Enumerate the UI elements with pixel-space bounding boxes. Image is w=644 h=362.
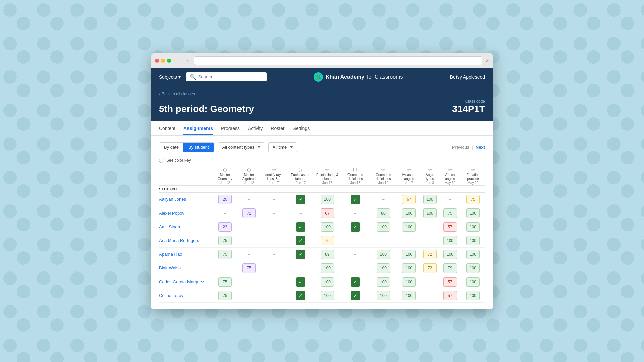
score-td-2-1[interactable]: – [237, 220, 260, 234]
score-td-0-7[interactable]: 67 [397, 192, 420, 206]
score-td-6-2[interactable]: – [260, 275, 287, 289]
student-link[interactable]: Aparna Rao [159, 252, 182, 257]
score-td-5-5[interactable]: – [341, 261, 369, 275]
score-td-7-4[interactable]: 100 [314, 289, 341, 302]
score-td-7-0[interactable]: 75 [213, 289, 237, 302]
score-td-4-0[interactable]: 75 [213, 247, 237, 261]
score-td-7-3[interactable]: ✓ [287, 289, 314, 302]
score-td-3-8[interactable]: – [420, 234, 439, 247]
score-td-7-2[interactable]: – [260, 289, 287, 302]
score-td-2-0[interactable]: 23 [213, 220, 237, 234]
color-key-button[interactable]: ℹ See color key [159, 158, 191, 163]
score-td-4-10[interactable]: 100 [461, 247, 485, 261]
by-student-button[interactable]: By student [183, 143, 213, 152]
score-td-3-7[interactable]: – [397, 234, 420, 247]
score-td-6-0[interactable]: 75 [213, 275, 237, 289]
score-td-0-9[interactable]: – [439, 192, 461, 206]
tab-progress[interactable]: Progress [221, 121, 240, 135]
score-td-2-7[interactable]: 100 [397, 220, 420, 234]
score-td-3-3[interactable]: ✓ [287, 234, 314, 247]
user-name[interactable]: Betsy Appleseed [450, 74, 485, 80]
score-td-4-2[interactable]: – [260, 247, 287, 261]
score-td-0-4[interactable]: 100 [314, 192, 341, 206]
score-td-0-8[interactable]: 100 [420, 192, 439, 206]
score-td-0-0[interactable]: 20 [213, 192, 237, 206]
score-td-4-9[interactable]: 100 [439, 247, 461, 261]
score-td-3-9[interactable]: 100 [439, 234, 461, 247]
score-td-1-3[interactable]: – [287, 206, 314, 220]
student-link[interactable]: Blair Walsh [159, 265, 181, 270]
by-date-button[interactable]: By date [159, 143, 183, 152]
close-button[interactable] [155, 59, 159, 63]
score-td-7-5[interactable]: ✓ [341, 289, 369, 302]
student-link[interactable]: Celine Leroy [159, 293, 183, 298]
student-link[interactable]: Aaliyah Jones [159, 197, 186, 202]
score-td-4-4[interactable]: 89 [314, 247, 341, 261]
subjects-button[interactable]: Subjects ▾ [159, 74, 181, 80]
score-td-7-6[interactable]: 100 [369, 289, 397, 302]
score-td-7-10[interactable]: 100 [461, 289, 485, 302]
back-button[interactable]: ← [174, 57, 182, 64]
search-input[interactable] [198, 74, 263, 79]
score-td-5-10[interactable]: 100 [461, 261, 485, 275]
fullscreen-button[interactable] [167, 59, 171, 63]
score-td-2-9[interactable]: 57 [439, 220, 461, 234]
score-td-5-2[interactable]: – [260, 261, 287, 275]
tab-assignments[interactable]: Assignments [183, 121, 213, 135]
content-type-select[interactable]: All content types [218, 142, 264, 152]
score-td-4-5[interactable]: – [341, 247, 369, 261]
score-td-6-5[interactable]: ✓ [341, 275, 369, 289]
time-select[interactable]: All time [268, 142, 297, 152]
score-td-6-6[interactable]: 100 [369, 275, 397, 289]
score-td-1-1[interactable]: 72 [237, 206, 260, 220]
score-td-3-1[interactable]: – [237, 234, 260, 247]
score-td-1-9[interactable]: 75 [439, 206, 461, 220]
score-td-1-6[interactable]: 80 [369, 206, 397, 220]
score-td-6-7[interactable]: 100 [397, 275, 420, 289]
score-td-4-6[interactable]: 100 [369, 247, 397, 261]
score-td-7-8[interactable]: – [420, 289, 439, 302]
score-td-2-6[interactable]: 100 [369, 220, 397, 234]
score-td-0-2[interactable]: – [260, 192, 287, 206]
minimize-button[interactable] [161, 59, 165, 63]
score-td-5-4[interactable]: 100 [314, 261, 341, 275]
score-td-5-0[interactable]: – [213, 261, 237, 275]
tab-roster[interactable]: Roster [271, 121, 284, 135]
score-td-0-10[interactable]: 75 [461, 192, 485, 206]
score-td-7-9[interactable]: 57 [439, 289, 461, 302]
score-td-2-4[interactable]: 100 [314, 220, 341, 234]
score-td-5-7[interactable]: 100 [397, 261, 420, 275]
tab-content[interactable]: Content [159, 121, 175, 135]
score-td-6-9[interactable]: 57 [439, 275, 461, 289]
score-td-4-1[interactable]: – [237, 247, 260, 261]
score-td-1-5[interactable]: – [341, 206, 369, 220]
score-td-3-4[interactable]: 75 [314, 234, 341, 247]
score-td-2-2[interactable]: – [260, 220, 287, 234]
score-td-6-3[interactable]: ✓ [287, 275, 314, 289]
score-td-7-7[interactable]: 100 [397, 289, 420, 302]
score-td-1-8[interactable]: 100 [420, 206, 439, 220]
score-td-1-4[interactable]: 67 [314, 206, 341, 220]
score-td-4-7[interactable]: 100 [397, 247, 420, 261]
score-td-1-10[interactable]: 100 [461, 206, 485, 220]
tab-activity[interactable]: Activity [248, 121, 263, 135]
student-link[interactable]: Ana Maria Rodriguez [159, 238, 200, 243]
score-td-0-6[interactable]: – [369, 192, 397, 206]
score-td-6-8[interactable]: – [420, 275, 439, 289]
score-td-5-9[interactable]: 79 [439, 261, 461, 275]
score-td-0-5[interactable]: ✓ [341, 192, 369, 206]
forward-button[interactable]: → [183, 57, 191, 64]
back-to-classes-link[interactable]: ‹ Back to all classes [159, 92, 485, 96]
score-td-5-1[interactable]: 75 [237, 261, 260, 275]
score-td-2-10[interactable]: 100 [461, 220, 485, 234]
student-link[interactable]: Amit Singh [159, 224, 180, 229]
next-link[interactable]: Next [476, 145, 485, 150]
score-td-2-3[interactable]: ✓ [287, 220, 314, 234]
score-td-3-6[interactable]: – [369, 234, 397, 247]
score-td-7-1[interactable]: – [237, 289, 260, 302]
score-td-2-8[interactable]: – [420, 220, 439, 234]
score-td-4-8[interactable]: 72 [420, 247, 439, 261]
score-td-5-3[interactable]: – [287, 261, 314, 275]
score-td-6-10[interactable]: 100 [461, 275, 485, 289]
tab-settings[interactable]: Settings [293, 121, 310, 135]
